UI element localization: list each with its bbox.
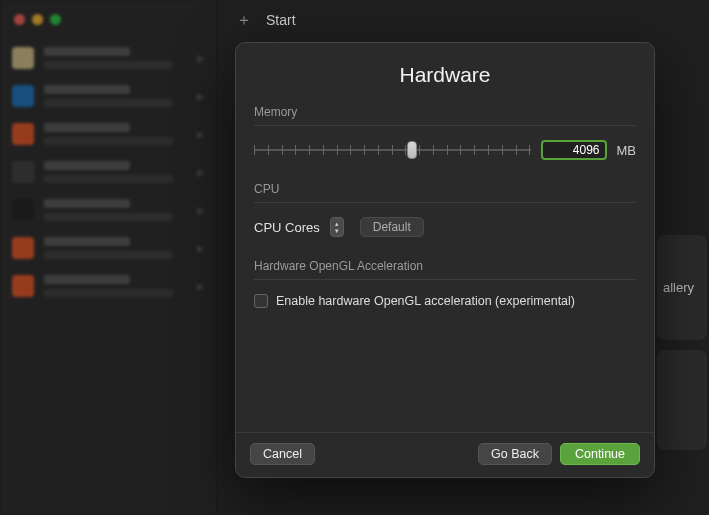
hardware-dialog: Hardware Memory MB CPU CPU Cores ▲ ▼ Def… [235,42,655,478]
sidebar-item-sub [44,137,173,145]
sidebar-item-sub [44,213,173,221]
gallery-card-peek: allery [657,235,707,340]
sidebar-item-title [44,275,130,284]
vm-icon [12,199,34,221]
opengl-checkbox[interactable] [254,294,268,308]
sidebar-item-title [44,123,130,132]
divider [254,125,636,126]
vm-icon [12,275,34,297]
sidebar-item[interactable]: ▸ [0,267,217,305]
divider [254,202,636,203]
cpu-default-button[interactable]: Default [360,217,424,237]
chevron-down-icon[interactable]: ▼ [334,228,340,234]
sidebar-item[interactable]: ▸ [0,77,217,115]
sidebar-item[interactable]: ▸ [0,115,217,153]
vm-icon [12,47,34,69]
play-icon[interactable]: ▸ [197,239,205,257]
plus-icon[interactable]: ＋ [236,10,252,31]
sidebar-item-texts [44,161,187,183]
window-controls [0,10,217,39]
play-icon[interactable]: ▸ [197,277,205,295]
memory-unit-label: MB [617,143,637,158]
play-icon[interactable]: ▸ [197,49,205,67]
gallery-card-peek-2 [657,350,707,450]
sidebar-item[interactable]: ▸ [0,153,217,191]
sidebar-item-sub [44,99,173,107]
toolbar: ＋ Start [218,0,709,40]
sidebar-item-title [44,199,130,208]
cpu-cores-label: CPU Cores [254,220,320,235]
divider [254,279,636,280]
memory-slider[interactable] [254,141,531,159]
sidebar-item-sub [44,289,173,297]
sidebar-item-texts [44,237,187,259]
cancel-button[interactable]: Cancel [250,443,315,465]
memory-input[interactable] [541,140,607,160]
vm-icon [12,85,34,107]
memory-section-label: Memory [254,105,636,119]
sidebar-item[interactable]: ▸ [0,229,217,267]
sidebar-item-title [44,161,130,170]
sidebar-item[interactable]: ▸ [0,191,217,229]
vm-icon [12,161,34,183]
continue-button[interactable]: Continue [560,443,640,465]
play-icon[interactable]: ▸ [197,163,205,181]
sidebar-item-title [44,85,130,94]
dialog-footer: Cancel Go Back Continue [236,432,654,477]
go-back-button[interactable]: Go Back [478,443,552,465]
gallery-peek-label: allery [663,280,694,295]
toolbar-start-label[interactable]: Start [266,12,296,28]
dialog-title: Hardware [236,43,654,105]
cpu-cores-stepper[interactable]: ▲ ▼ [330,217,344,237]
play-icon[interactable]: ▸ [197,201,205,219]
sidebar-item-texts [44,47,187,69]
play-icon[interactable]: ▸ [197,87,205,105]
sidebar-item-title [44,47,130,56]
close-icon[interactable] [14,14,25,25]
vm-icon [12,123,34,145]
play-icon[interactable]: ▸ [197,125,205,143]
sidebar-item[interactable]: ▸ [0,39,217,77]
cpu-section-label: CPU [254,182,636,196]
opengl-checkbox-label: Enable hardware OpenGL acceleration (exp… [276,294,575,308]
sidebar-item-texts [44,123,187,145]
slider-handle-icon[interactable] [407,141,417,159]
sidebar-item-sub [44,175,173,183]
sidebar-item-title [44,237,130,246]
minimize-icon[interactable] [32,14,43,25]
sidebar: ▸▸▸▸▸▸▸ [0,0,218,515]
vm-icon [12,237,34,259]
accel-section-label: Hardware OpenGL Acceleration [254,259,636,273]
sidebar-item-texts [44,275,187,297]
sidebar-item-texts [44,199,187,221]
sidebar-item-sub [44,251,173,259]
chevron-up-icon[interactable]: ▲ [334,221,340,227]
sidebar-item-sub [44,61,173,69]
zoom-icon[interactable] [50,14,61,25]
sidebar-item-texts [44,85,187,107]
